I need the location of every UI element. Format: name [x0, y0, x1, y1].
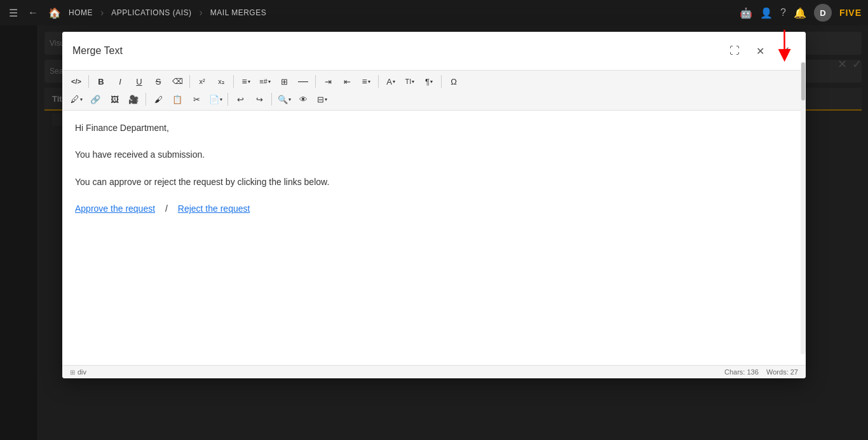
approve-reject-paragraph: You can approve or reject the request by…	[75, 175, 793, 189]
notification-icon[interactable]: 🔔	[794, 7, 806, 19]
close-icon: ✕	[756, 45, 764, 57]
sep-7	[146, 93, 146, 106]
nav-sep2: ›	[199, 7, 202, 18]
approve-link[interactable]: Approve the request	[75, 203, 155, 214]
maximize-icon: ⛶	[729, 45, 740, 57]
sep-2	[189, 75, 190, 88]
special-chars-btn[interactable]: Ω	[445, 73, 463, 90]
chars-count: Chars: 136	[724, 368, 759, 376]
sep-6	[441, 75, 442, 88]
hr-btn[interactable]: —	[294, 73, 312, 90]
editor-toolbar: </> B I U S ⌫ x² x₂ ≡ ≡# ⊞ — ⇥ ⇤ ≡	[62, 71, 806, 111]
font-color-btn[interactable]: A	[382, 73, 400, 90]
submission-paragraph: You have received a submission.	[75, 148, 793, 162]
eraser-btn[interactable]: ⌫	[168, 73, 186, 90]
approve-reject-text: You can approve or reject the request by…	[75, 177, 329, 187]
video-btn[interactable]: 🎥	[125, 91, 142, 107]
confirm-icon: ✓	[781, 44, 790, 58]
maximize-button[interactable]: ⛶	[724, 41, 745, 61]
editor-statusbar: ⊞ div Chars: 136 Words: 27	[62, 365, 806, 378]
paste-btn[interactable]: 📄	[207, 91, 224, 107]
font-size-btn[interactable]: TI	[401, 73, 419, 90]
modal-scrollbar[interactable]	[801, 62, 806, 354]
greeting-text: Hi Finance Department,	[75, 123, 169, 133]
statusbar-tag: ⊞ div	[70, 368, 86, 376]
modal-header: Merge Text ⛶ ✕ ✓	[62, 32, 806, 71]
paragraph-btn[interactable]: ¶	[420, 73, 438, 90]
statusbar-tag-label: div	[78, 368, 86, 376]
bold-btn[interactable]: B	[92, 73, 110, 90]
toolbar-row-2: 🖊 🔗 🖼 🎥 🖌 📋 ✂ 📄 ↩ ↪ 🔍 👁 ⊟	[67, 91, 801, 107]
help-icon[interactable]: ?	[780, 7, 786, 18]
align-btn[interactable]: ≡	[357, 73, 375, 90]
italic-btn[interactable]: I	[111, 73, 129, 90]
sep-3	[233, 75, 234, 88]
sep-1	[88, 75, 89, 88]
superscript-btn[interactable]: x²	[193, 73, 211, 90]
source-btn[interactable]: </>	[67, 73, 85, 90]
copy-format-btn[interactable]: 📋	[168, 91, 186, 107]
underline-btn[interactable]: U	[130, 73, 148, 90]
table-btn[interactable]: ⊞	[275, 73, 293, 90]
back-icon[interactable]: ←	[25, 4, 41, 21]
editor-area[interactable]: Hi Finance Department, You have received…	[62, 111, 806, 365]
outdent-btn[interactable]: ⇤	[338, 73, 356, 90]
image-btn[interactable]: 🖼	[105, 91, 123, 107]
modal-title: Merge Text	[72, 45, 724, 57]
nav-mail-merges[interactable]: MAIL MERGES	[210, 8, 266, 17]
user-icon[interactable]: 👤	[760, 7, 773, 19]
cut-btn[interactable]: ✂	[187, 91, 205, 107]
top-navbar: ☰ ← 🏠 HOME › APPLICATIONS (AIS) › MAIL M…	[0, 0, 868, 25]
sep-9	[271, 93, 272, 106]
reject-link[interactable]: Reject the request	[178, 203, 250, 214]
tag-icon: ⊞	[70, 369, 75, 376]
merge-text-modal: Merge Text ⛶ ✕ ✓ </> B I U	[62, 32, 806, 378]
confirm-button[interactable]: ✓	[775, 41, 796, 61]
indent-btn[interactable]: ⇥	[319, 73, 337, 90]
menu-icon[interactable]: ☰	[6, 4, 20, 22]
modal-overlay: Merge Text ⛶ ✕ ✓ </> B I U	[0, 25, 868, 440]
robot-icon[interactable]: 🤖	[740, 7, 752, 19]
sep-8	[227, 93, 228, 106]
home-icon: 🏠	[46, 4, 64, 22]
link-separator: /	[165, 203, 168, 214]
scrollbar-thumb	[801, 62, 805, 100]
nav-right: 🤖 👤 ? 🔔 D FIVE	[740, 4, 862, 22]
close-button[interactable]: ✕	[750, 41, 770, 61]
format-brush-btn[interactable]: 🖌	[149, 91, 167, 107]
words-count: Words: 27	[766, 368, 798, 376]
modal-header-actions: ⛶ ✕ ✓	[724, 41, 796, 61]
submission-text: You have received a submission.	[75, 149, 205, 160]
preview-btn[interactable]: 👁	[294, 91, 312, 107]
five-logo: FIVE	[839, 8, 862, 18]
greeting-paragraph: Hi Finance Department,	[75, 121, 793, 135]
undo-btn[interactable]: ↩	[231, 91, 249, 107]
sep-5	[378, 75, 379, 88]
nav-home[interactable]: HOME	[69, 8, 93, 17]
avatar[interactable]: D	[814, 4, 832, 22]
blocks-btn[interactable]: ⊟	[313, 91, 331, 107]
nav-sep1: ›	[100, 7, 104, 18]
ordered-list-btn[interactable]: ≡#	[256, 73, 274, 90]
unordered-list-btn[interactable]: ≡	[237, 73, 255, 90]
sep-4	[315, 75, 316, 88]
statusbar-stats: Chars: 136 Words: 27	[724, 368, 798, 376]
strikethrough-btn[interactable]: S	[149, 73, 167, 90]
find-btn[interactable]: 🔍	[275, 91, 293, 107]
highlight-btn[interactable]: 🖊	[67, 91, 85, 107]
redo-btn[interactable]: ↪	[250, 91, 268, 107]
subscript-btn[interactable]: x₂	[212, 73, 230, 90]
links-paragraph: Approve the request / Reject the request	[75, 202, 793, 216]
link-btn[interactable]: 🔗	[86, 91, 104, 107]
toolbar-row-1: </> B I U S ⌫ x² x₂ ≡ ≡# ⊞ — ⇥ ⇤ ≡	[67, 73, 801, 90]
nav-applications[interactable]: APPLICATIONS (AIS)	[111, 8, 191, 17]
